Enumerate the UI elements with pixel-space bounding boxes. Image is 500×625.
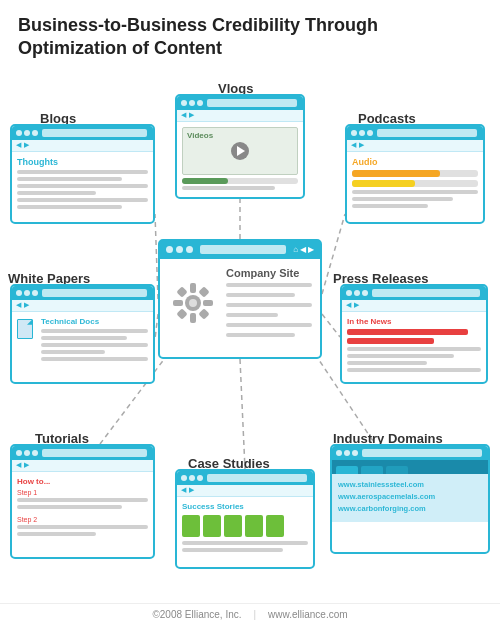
browser-industrydomains: www.stainlesssteel.com www.aerospacemela… <box>330 444 490 554</box>
nav-forward: ▶ <box>354 301 359 309</box>
browser-bar-blogs <box>12 126 153 140</box>
domain-link-2: www.aerospacemelals.com <box>338 492 482 501</box>
content-line <box>182 186 275 190</box>
svg-rect-14 <box>176 287 187 298</box>
browser-pressreleases: ◀ ▶ In the News <box>340 284 488 384</box>
casestudies-header: Success Stories <box>182 502 308 511</box>
vlogs-content: Videos <box>177 122 303 198</box>
tutorials-step1: Step 1 <box>17 489 148 496</box>
center-lines <box>226 283 312 340</box>
browser-casestudies: ◀ ▶ Success Stories <box>175 469 315 569</box>
address-bar <box>42 129 147 137</box>
dot <box>197 100 203 106</box>
content-line <box>347 361 427 365</box>
dot <box>16 290 22 296</box>
browser-nav: ◀ ▶ <box>347 140 483 152</box>
industrydomains-content: www.stainlesssteel.com www.aerospacemela… <box>332 474 488 522</box>
browser-bar <box>12 286 153 300</box>
blogs-header: Thoughts <box>17 157 148 167</box>
home-icon: ⌂ <box>293 245 298 254</box>
footer-copyright: ©2008 Elliance, Inc. <box>152 609 241 620</box>
browser-nav: ◀ ▶ <box>12 460 153 472</box>
browser-vlogs: ◀ ▶ Videos <box>175 94 305 199</box>
whitepapers-header: Technical Docs <box>41 317 148 326</box>
content-line <box>347 354 454 358</box>
nav-forward: ▶ <box>189 486 194 494</box>
dot <box>181 100 187 106</box>
content-line <box>182 541 308 545</box>
dot <box>32 290 38 296</box>
case-block-4 <box>245 515 263 537</box>
nav-back: ◀ <box>16 301 21 309</box>
content-line <box>17 525 148 529</box>
company-site-label: Company Site <box>226 267 312 279</box>
industry-tab-3 <box>386 466 408 474</box>
content-line <box>226 293 295 297</box>
footer-divider: | <box>254 609 257 620</box>
industry-tab-2 <box>361 466 383 474</box>
case-block-2 <box>203 515 221 537</box>
content-line <box>347 347 481 351</box>
browser-whitepapers: ◀ ▶ Technical Docs <box>10 284 155 384</box>
content-line <box>41 343 148 347</box>
gear-icon <box>168 278 218 328</box>
svg-point-9 <box>189 299 197 307</box>
industry-tabs <box>332 460 488 474</box>
address-bar <box>207 474 307 482</box>
address-bar <box>200 245 286 254</box>
content-line <box>226 303 312 307</box>
content-line <box>352 204 428 208</box>
play-triangle-icon <box>237 146 245 156</box>
case-block-3 <box>224 515 242 537</box>
nav-forward: ▶ <box>359 141 364 149</box>
center-text-area: Company Site <box>226 267 312 340</box>
content-line <box>226 283 312 287</box>
dot <box>336 450 342 456</box>
vlogs-progress-fill <box>182 178 228 184</box>
svg-rect-12 <box>173 300 183 306</box>
content-line <box>17 205 122 209</box>
dot <box>24 130 30 136</box>
vlogs-video-label: Videos <box>187 131 213 140</box>
nav-back: ◀ <box>16 461 21 469</box>
footer-website: www.elliance.com <box>268 609 347 620</box>
dot <box>189 100 195 106</box>
tutorials-content: How to... Step 1 Step 2 <box>12 472 153 544</box>
dot <box>346 290 352 296</box>
nav-forward: ▶ <box>24 301 29 309</box>
nav-forward: ▶ <box>24 461 29 469</box>
browser-bar <box>177 96 303 110</box>
svg-rect-15 <box>198 287 209 298</box>
nav-back: ◀ <box>16 141 21 149</box>
browser-blogs: ◀ ▶ Thoughts <box>10 124 155 224</box>
podcast-bar-1 <box>352 170 478 177</box>
content-line <box>17 191 96 195</box>
svg-rect-13 <box>203 300 213 306</box>
address-bar <box>42 449 147 457</box>
address-bar <box>362 449 482 457</box>
diagram-area: Blogs ◀ ▶ Thoughts Vlogs <box>0 69 500 599</box>
nav-back: ◀ <box>181 486 186 494</box>
podcasts-content: Audio <box>347 152 483 216</box>
content-line <box>226 313 278 317</box>
page-title: Business-to-Business Credibility Through… <box>0 0 500 69</box>
podcast-bar-2 <box>352 180 478 187</box>
dot <box>367 130 373 136</box>
center-content: Company Site <box>160 259 320 348</box>
play-button <box>231 142 249 160</box>
nav-forward: ▶ <box>24 141 29 149</box>
dot <box>24 290 30 296</box>
blogs-content: Thoughts <box>12 152 153 217</box>
podcast-bar-fill-1 <box>352 170 440 177</box>
case-block-5 <box>266 515 284 537</box>
dot <box>354 290 360 296</box>
browser-nav: ◀ ▶ <box>342 300 486 312</box>
domain-link-3: www.carbonforging.com <box>338 504 482 513</box>
content-line <box>352 197 453 201</box>
dot <box>186 246 193 253</box>
browser-bar <box>342 286 486 300</box>
podcasts-header: Audio <box>352 157 478 167</box>
content-line <box>226 323 312 327</box>
dot <box>16 450 22 456</box>
nav-back: ◀ <box>181 111 186 119</box>
